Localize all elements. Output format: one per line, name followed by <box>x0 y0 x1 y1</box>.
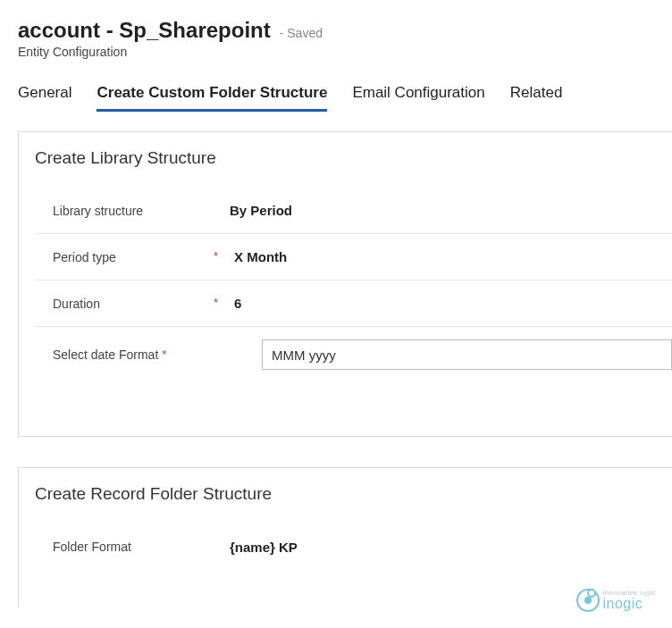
field-folder-format[interactable]: Folder Format {name} KP <box>35 523 672 570</box>
tab-general[interactable]: General <box>18 84 71 112</box>
section-create-record-folder-structure: Create Record Folder Structure Folder Fo… <box>18 467 672 607</box>
tab-bar: General Create Custom Folder Structure E… <box>18 84 672 112</box>
page-title: account - Sp_Sharepoint <box>18 18 271 43</box>
save-status: - Saved <box>280 26 323 40</box>
tab-create-custom-folder-structure[interactable]: Create Custom Folder Structure <box>97 84 327 112</box>
tab-related[interactable]: Related <box>510 84 563 112</box>
value-library-structure: By Period <box>214 203 672 218</box>
logo-brand: inogic <box>603 597 657 611</box>
label-duration-text: Duration <box>53 297 100 311</box>
logo-icon <box>576 589 600 612</box>
label-folder-format: Folder Format <box>53 540 214 554</box>
required-indicator: * <box>214 249 218 263</box>
page-subtitle: Entity Configuration <box>18 45 672 59</box>
value-folder-format: {name} KP <box>214 540 672 555</box>
required-indicator: * <box>162 347 166 361</box>
field-library-structure[interactable]: Library structure By Period <box>35 188 672 234</box>
tab-email-configuration[interactable]: Email Configuration <box>352 84 484 112</box>
section-heading-library: Create Library Structure <box>35 148 672 168</box>
label-select-date-format-text: Select date Format <box>53 347 158 362</box>
label-library-structure: Library structure <box>53 204 214 218</box>
field-select-date-format[interactable]: Select date Format * <box>35 327 672 382</box>
section-create-library-structure: Create Library Structure Library structu… <box>18 131 672 437</box>
required-indicator: * <box>214 296 218 309</box>
page-header: account - Sp_Sharepoint - Saved Entity C… <box>18 18 672 59</box>
label-folder-format-text: Folder Format <box>53 540 131 554</box>
label-period-type-text: Period type <box>53 250 116 264</box>
label-library-structure-text: Library structure <box>53 204 143 218</box>
field-duration[interactable]: Duration * 6 <box>35 281 672 327</box>
value-period-type: X Month <box>218 249 672 264</box>
brand-logo: innovative logic inogic <box>576 589 657 612</box>
section-heading-record: Create Record Folder Structure <box>35 484 672 504</box>
label-select-date-format: Select date Format * <box>53 347 214 362</box>
value-duration: 6 <box>218 296 672 311</box>
select-date-format-input[interactable] <box>262 339 672 370</box>
label-period-type: Period type <box>53 250 214 264</box>
field-period-type[interactable]: Period type * X Month <box>35 234 672 281</box>
label-duration: Duration <box>53 297 214 311</box>
